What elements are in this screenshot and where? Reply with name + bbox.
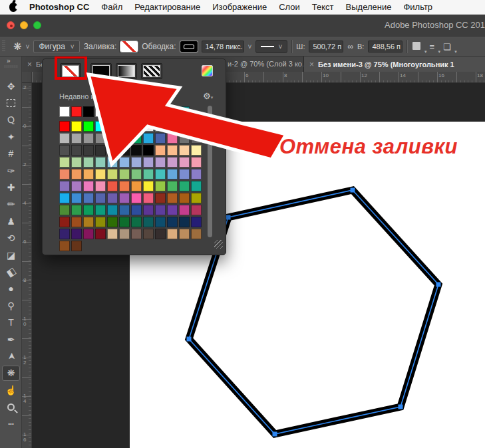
menu-item-6[interactable]: Текст bbox=[312, 2, 334, 12]
resize-grip[interactable] bbox=[214, 240, 223, 249]
color-swatch[interactable] bbox=[107, 217, 118, 227]
color-swatch[interactable] bbox=[167, 106, 178, 117]
color-swatch[interactable] bbox=[155, 169, 166, 179]
color-swatch[interactable] bbox=[119, 133, 130, 144]
color-swatch[interactable] bbox=[155, 217, 166, 227]
color-swatch[interactable] bbox=[95, 145, 106, 156]
color-swatch[interactable] bbox=[131, 121, 142, 132]
color-swatch[interactable] bbox=[167, 193, 178, 203]
color-swatch[interactable] bbox=[191, 133, 202, 144]
color-swatch[interactable] bbox=[155, 106, 166, 117]
color-swatch[interactable] bbox=[131, 133, 142, 144]
color-swatch[interactable] bbox=[59, 241, 70, 251]
color-swatch[interactable] bbox=[191, 217, 202, 227]
eraser-tool[interactable]: ◪ bbox=[2, 247, 20, 263]
color-swatch[interactable] bbox=[131, 229, 142, 239]
color-swatch[interactable] bbox=[59, 157, 70, 168]
color-swatch[interactable] bbox=[179, 181, 190, 191]
color-swatch[interactable] bbox=[191, 205, 202, 215]
color-swatch[interactable] bbox=[179, 133, 190, 144]
menu-item-2[interactable]: Файл bbox=[101, 2, 122, 12]
color-swatch[interactable] bbox=[143, 229, 154, 239]
maximize-window-button[interactable] bbox=[33, 21, 41, 29]
color-swatch[interactable] bbox=[167, 205, 178, 215]
color-swatch[interactable] bbox=[95, 229, 106, 239]
color-swatch[interactable] bbox=[107, 106, 118, 117]
color-swatch[interactable] bbox=[155, 121, 166, 132]
menu-item-8[interactable]: Фильтр bbox=[403, 2, 432, 12]
color-swatch[interactable] bbox=[107, 157, 118, 168]
color-swatch[interactable] bbox=[59, 205, 70, 215]
color-swatch[interactable] bbox=[143, 133, 154, 144]
minimize-window-button[interactable] bbox=[20, 21, 28, 29]
tool-preset-chevron-icon[interactable]: ˅ bbox=[26, 43, 30, 51]
color-swatch[interactable] bbox=[179, 217, 190, 227]
color-swatch[interactable] bbox=[95, 106, 106, 117]
color-swatch[interactable] bbox=[143, 217, 154, 227]
blur-tool[interactable]: ● bbox=[2, 281, 20, 296]
custom-shape-tool[interactable]: ❋ bbox=[2, 366, 20, 381]
menu-item-3[interactable]: Редактирование bbox=[134, 2, 200, 12]
more-tools[interactable]: ••• bbox=[2, 416, 20, 431]
color-swatch[interactable] bbox=[191, 181, 202, 191]
gear-icon[interactable]: ⚙▾ bbox=[203, 91, 213, 101]
color-swatch[interactable] bbox=[191, 121, 202, 132]
color-picker-button[interactable] bbox=[202, 65, 213, 76]
stroke-width-chevron-icon[interactable]: ˅ bbox=[248, 43, 252, 51]
color-swatch[interactable] bbox=[95, 157, 106, 168]
close-icon[interactable]: × bbox=[27, 60, 32, 69]
color-swatch[interactable] bbox=[143, 193, 154, 203]
color-swatch[interactable] bbox=[131, 217, 142, 227]
brush-tool[interactable]: ✏ bbox=[2, 197, 20, 212]
color-swatch[interactable] bbox=[143, 181, 154, 191]
color-swatch[interactable] bbox=[119, 205, 130, 215]
solid-color-fill-button[interactable] bbox=[90, 63, 112, 79]
color-swatch[interactable] bbox=[95, 133, 106, 144]
lasso-tool[interactable]: Q bbox=[2, 112, 20, 128]
color-swatch[interactable] bbox=[143, 145, 154, 156]
color-swatch[interactable] bbox=[119, 157, 130, 168]
color-swatch[interactable] bbox=[71, 169, 82, 179]
color-swatch[interactable] bbox=[143, 169, 154, 179]
color-swatch[interactable] bbox=[119, 181, 130, 191]
color-swatch[interactable] bbox=[59, 145, 70, 156]
color-swatch[interactable] bbox=[95, 181, 106, 191]
color-swatch[interactable] bbox=[59, 193, 70, 203]
color-swatch[interactable] bbox=[155, 157, 166, 168]
color-swatch[interactable] bbox=[167, 145, 178, 156]
color-swatch[interactable] bbox=[59, 169, 70, 179]
crop-tool[interactable]: # bbox=[2, 146, 20, 162]
color-swatch[interactable] bbox=[83, 193, 94, 203]
color-swatch[interactable] bbox=[83, 145, 94, 156]
gradient-fill-button[interactable] bbox=[116, 63, 137, 79]
pattern-fill-button[interactable] bbox=[141, 63, 162, 79]
color-swatch[interactable] bbox=[179, 169, 190, 179]
marquee-tool[interactable] bbox=[2, 95, 20, 110]
color-swatch[interactable] bbox=[131, 169, 142, 179]
color-swatch[interactable] bbox=[131, 157, 142, 168]
tool-mode-dropdown[interactable]: Фигура ˅ bbox=[33, 40, 79, 53]
color-swatch[interactable] bbox=[179, 145, 190, 156]
color-swatch[interactable] bbox=[59, 181, 70, 191]
color-swatch[interactable] bbox=[71, 205, 82, 215]
color-swatch[interactable] bbox=[119, 145, 130, 156]
move-tool[interactable]: ✥ bbox=[2, 78, 20, 94]
color-swatch[interactable] bbox=[131, 205, 142, 215]
color-swatch[interactable] bbox=[83, 121, 94, 132]
color-swatch[interactable] bbox=[143, 205, 154, 215]
color-swatch[interactable] bbox=[95, 205, 106, 215]
color-swatch[interactable] bbox=[131, 193, 142, 203]
paint-bucket-tool[interactable]: ◧ bbox=[2, 264, 20, 279]
clone-stamp-tool[interactable]: ♟ bbox=[2, 213, 20, 229]
color-swatch[interactable] bbox=[107, 121, 118, 132]
color-swatch[interactable] bbox=[119, 217, 130, 227]
path-selection-tool[interactable]: ➤ bbox=[2, 348, 20, 364]
hand-tool[interactable]: ☝ bbox=[2, 382, 20, 397]
color-swatch[interactable] bbox=[179, 121, 190, 132]
close-window-button[interactable] bbox=[7, 21, 15, 29]
scrollbar[interactable] bbox=[208, 106, 212, 237]
color-swatch[interactable] bbox=[83, 169, 94, 179]
color-swatch[interactable] bbox=[83, 205, 94, 215]
color-swatch[interactable] bbox=[59, 229, 70, 239]
color-swatch[interactable] bbox=[83, 181, 94, 191]
